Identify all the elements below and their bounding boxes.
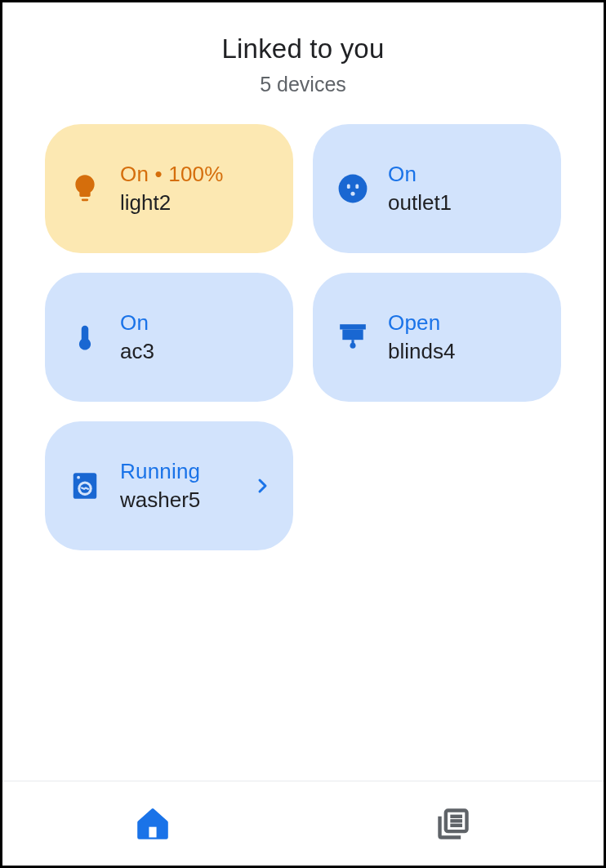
device-status: Open (388, 310, 540, 336)
feed-icon (435, 806, 471, 842)
device-card-blinds[interactable]: Open blinds4 (313, 273, 561, 402)
device-status: On • 100% (120, 162, 272, 187)
device-status: On (120, 310, 272, 336)
svg-rect-13 (149, 826, 156, 837)
nav-home[interactable] (2, 781, 303, 866)
device-status: On (388, 162, 540, 187)
chevron-right-icon (252, 476, 272, 496)
thermostat-icon (68, 320, 102, 354)
svg-rect-2 (347, 184, 350, 189)
svg-point-8 (350, 343, 356, 349)
device-card-outlet[interactable]: On outlet1 (313, 124, 561, 253)
page-title: Linked to you (2, 33, 604, 65)
page-header: Linked to you 5 devices (2, 2, 604, 121)
device-name: outlet1 (388, 190, 540, 216)
blinds-icon (336, 320, 370, 354)
svg-point-1 (339, 175, 368, 203)
device-grid: On • 100% light2 On outlet1 On ac3 (2, 124, 604, 550)
washer-icon (68, 469, 102, 503)
device-count: 5 devices (2, 73, 604, 96)
device-name: blinds4 (388, 339, 540, 364)
device-card-ac[interactable]: On ac3 (45, 273, 293, 402)
svg-rect-3 (355, 184, 359, 189)
device-status: Running (120, 459, 252, 484)
outlet-icon (336, 171, 370, 206)
svg-rect-0 (82, 199, 88, 202)
nav-feed[interactable] (303, 781, 604, 866)
device-name: washer5 (120, 487, 252, 513)
svg-rect-5 (340, 324, 366, 329)
svg-point-4 (350, 192, 354, 196)
lightbulb-icon (68, 171, 102, 206)
device-name: light2 (120, 190, 272, 216)
device-card-light[interactable]: On • 100% light2 (45, 124, 293, 253)
device-card-washer[interactable]: Running washer5 (45, 421, 293, 550)
svg-rect-6 (342, 330, 363, 341)
bottom-nav (2, 781, 604, 866)
svg-point-10 (77, 476, 80, 479)
device-name: ac3 (120, 339, 272, 364)
home-icon (135, 806, 171, 842)
